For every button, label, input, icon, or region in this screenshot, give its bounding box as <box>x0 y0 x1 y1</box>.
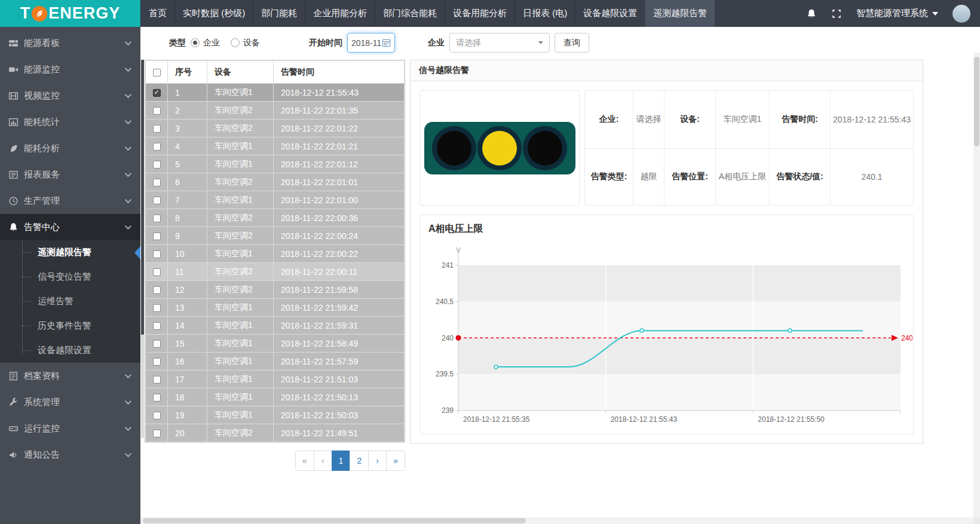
table-row[interactable]: 7车间空调12018-11-22 22:01:00 <box>146 191 405 209</box>
type-radio-企业[interactable]: 企业 <box>191 38 220 48</box>
sidebar-item-能源看板[interactable]: 能源看板 <box>0 30 140 56</box>
row-checkbox[interactable] <box>153 107 161 115</box>
row-checkbox[interactable] <box>153 430 161 437</box>
sidebar-subitem-运维告警[interactable]: 运维告警 <box>0 289 140 314</box>
row-checkbox[interactable] <box>153 322 161 330</box>
info-label: 告警状态/值: <box>769 148 830 206</box>
user-avatar[interactable] <box>953 5 970 23</box>
sidebar-item-告警中心[interactable]: 告警中心 <box>0 214 140 240</box>
system-title-dropdown[interactable]: 智慧能源管理系统 <box>856 8 938 19</box>
nav-item[interactable]: 企业用能分析 <box>305 0 375 27</box>
page-button-«[interactable]: « <box>295 451 314 471</box>
row-checkbox[interactable] <box>153 286 161 294</box>
nav-item[interactable]: 遥测越限告警 <box>645 0 715 27</box>
search-button[interactable]: 查询 <box>555 33 589 53</box>
table-row[interactable]: 6车间空调22018-11-22 22:01:01 <box>146 173 405 191</box>
table-row[interactable]: 16车间空调12018-11-22 21:57:59 <box>146 353 405 370</box>
table-row[interactable]: 5车间空调12018-11-22 22:01:12 <box>146 155 405 173</box>
row-checkbox[interactable] <box>153 340 161 348</box>
table-row[interactable]: 19车间空调12018-11-22 21:50:03 <box>146 406 405 424</box>
page-button-›[interactable]: › <box>368 451 387 471</box>
nav-item[interactable]: 日报表 (电) <box>514 0 575 27</box>
vertical-scrollbar[interactable] <box>973 53 980 517</box>
row-device: 车间空调1 <box>207 388 274 406</box>
nav-item[interactable]: 部门综合能耗 <box>375 0 445 27</box>
table-row[interactable]: 11车间空调22018-11-22 22:00:11 <box>146 263 405 281</box>
sidebar-item-能耗统计[interactable]: 能耗统计 <box>0 109 140 135</box>
row-checkbox[interactable] <box>153 232 161 240</box>
list-scrollbar[interactable] <box>141 60 144 438</box>
clock-icon <box>8 196 19 206</box>
sidebar-item-系统管理[interactable]: 系统管理 <box>0 389 140 415</box>
row-checkbox[interactable] <box>153 304 161 312</box>
sidebar-subitem-遥测越限告警[interactable]: 遥测越限告警 <box>0 240 140 265</box>
table-row[interactable]: 10车间空调12018-11-22 22:00:22 <box>146 245 405 263</box>
fullscreen-icon[interactable] <box>831 8 842 19</box>
sidebar-item-label: 档案资料 <box>24 370 125 382</box>
table-row[interactable]: 15车间空调12018-11-22 21:58:49 <box>146 335 405 353</box>
table-row[interactable]: 8车间空调22018-11-22 22:00:36 <box>146 209 405 227</box>
vertical-scrollbar-thumb[interactable] <box>974 57 979 146</box>
row-checkbox[interactable] <box>153 161 161 168</box>
table-row[interactable]: 13车间空调12018-11-22 21:59:42 <box>146 299 405 317</box>
row-checkbox[interactable] <box>153 89 161 97</box>
sidebar-item-label: 告警中心 <box>24 222 125 233</box>
sidebar-item-档案资料[interactable]: 档案资料 <box>0 363 140 389</box>
enterprise-select[interactable]: 请选择 <box>449 33 550 53</box>
start-time-input[interactable]: 2018-11 <box>347 33 395 53</box>
nav-item[interactable]: 设备用能分析 <box>445 0 514 27</box>
nav-item[interactable]: 实时数据 (秒级) <box>174 0 253 27</box>
table-row[interactable]: 18车间空调12018-11-22 21:50:13 <box>146 388 405 406</box>
table-row[interactable]: 12车间空调22018-11-22 21:59:58 <box>146 281 405 299</box>
horizontal-scrollbar[interactable] <box>140 517 973 524</box>
row-checkbox[interactable] <box>153 125 161 133</box>
table-row[interactable]: 17车间空调12018-11-22 21:51:03 <box>146 370 405 388</box>
sidebar-subitem-label: 设备越限设置 <box>38 345 91 356</box>
page-button-»[interactable]: » <box>386 451 405 471</box>
row-checkbox-cell <box>146 209 168 227</box>
sidebar-subitem-信号变位告警[interactable]: 信号变位告警 <box>0 265 140 289</box>
type-radio-设备[interactable]: 设备 <box>231 38 260 48</box>
row-checkbox-cell <box>146 317 168 335</box>
table-row[interactable]: 14车间空调12018-11-22 21:59:31 <box>146 317 405 335</box>
sidebar-item-能耗分析[interactable]: 能耗分析 <box>0 135 140 161</box>
table-row[interactable]: 2车间空调22018-11-22 22:01:35 <box>146 102 405 119</box>
nav-item[interactable]: 首页 <box>140 0 174 27</box>
row-checkbox[interactable] <box>153 412 161 419</box>
sidebar-item-运行监控[interactable]: 运行监控 <box>0 415 140 442</box>
row-checkbox[interactable] <box>153 358 161 366</box>
row-checkbox[interactable] <box>153 250 161 258</box>
page-button-2[interactable]: 2 <box>350 451 369 471</box>
table-row[interactable]: 20车间空调22018-11-22 21:49:51 <box>146 424 405 442</box>
table-row[interactable]: 4车间空调12018-11-22 22:01:21 <box>146 137 405 155</box>
filter-bar: 类型 企业设备 开始时间 2018-11 企业 请选择 查询 <box>145 27 980 59</box>
sidebar-item-生产管理[interactable]: 生产管理 <box>0 188 140 214</box>
row-checkbox[interactable] <box>153 197 161 204</box>
sidebar-item-视频监控[interactable]: 视频监控 <box>0 82 140 109</box>
list-scrollbar-thumb[interactable] <box>141 60 144 335</box>
sidebar-item-报表服务[interactable]: 报表服务 <box>0 161 140 188</box>
bell-icon[interactable] <box>806 8 817 19</box>
sidebar-item-能源监控[interactable]: 能源监控 <box>0 56 140 82</box>
horizontal-scrollbar-thumb[interactable] <box>143 518 526 523</box>
row-checkbox[interactable] <box>153 394 161 402</box>
table-row[interactable]: 9车间空调22018-11-22 22:00:24 <box>146 227 405 245</box>
nav-item[interactable]: 部门能耗 <box>253 0 305 27</box>
table-row[interactable]: 3车间空调22018-11-22 22:01:22 <box>146 119 405 137</box>
select-all-checkbox[interactable] <box>153 69 161 76</box>
page-button-1[interactable]: 1 <box>332 451 351 471</box>
sidebar-subitem-设备越限设置[interactable]: 设备越限设置 <box>0 338 140 363</box>
table-row[interactable]: 1车间空调12018-12-12 21:55:43 <box>146 84 405 102</box>
page-button-‹[interactable]: ‹ <box>314 451 332 471</box>
row-checkbox[interactable] <box>153 143 161 151</box>
row-checkbox[interactable] <box>153 179 161 186</box>
row-checkbox[interactable] <box>153 268 161 276</box>
row-checkbox[interactable] <box>153 214 161 222</box>
y-tick-label: 240.5 <box>436 298 454 306</box>
row-checkbox[interactable] <box>153 376 161 384</box>
sidebar-subitem-历史事件告警[interactable]: 历史事件告警 <box>0 314 140 338</box>
sidebar-item-通知公告[interactable]: 通知公告 <box>0 442 140 468</box>
sidebar-item-label: 报表服务 <box>24 169 125 180</box>
chevron-down-icon <box>125 398 131 405</box>
nav-item[interactable]: 设备越限设置 <box>575 0 645 27</box>
